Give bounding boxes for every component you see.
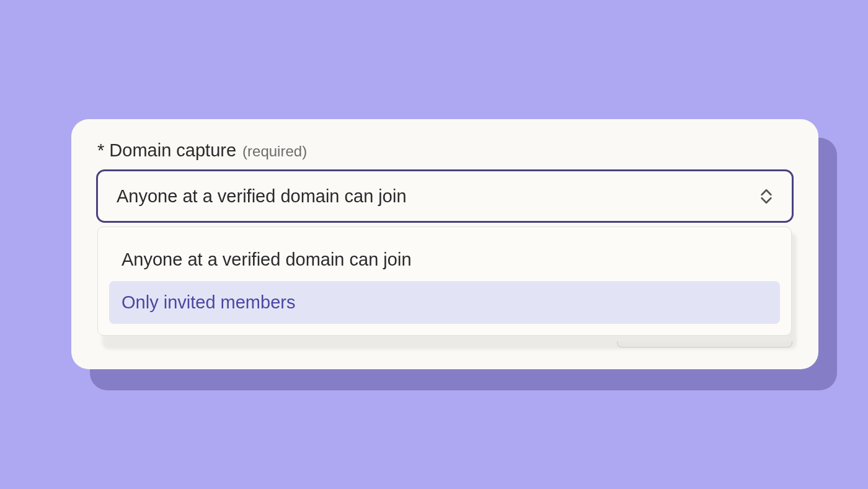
domain-capture-select[interactable]: Anyone at a verified domain can join — [96, 169, 794, 223]
option-anyone-verified-domain[interactable]: Anyone at a verified domain can join — [109, 238, 780, 281]
settings-card: * Domain capture (required) Anyone at a … — [71, 119, 818, 369]
chevron-up-down-icon — [760, 189, 773, 204]
select-selected-value: Anyone at a verified domain can join — [117, 186, 407, 207]
label-text: * Domain capture — [97, 140, 236, 161]
domain-capture-dropdown: Anyone at a verified domain can join Onl… — [97, 227, 792, 336]
field-label: * Domain capture (required) — [97, 140, 794, 161]
label-required-hint: (required) — [242, 143, 307, 160]
option-only-invited-members[interactable]: Only invited members — [109, 281, 780, 324]
